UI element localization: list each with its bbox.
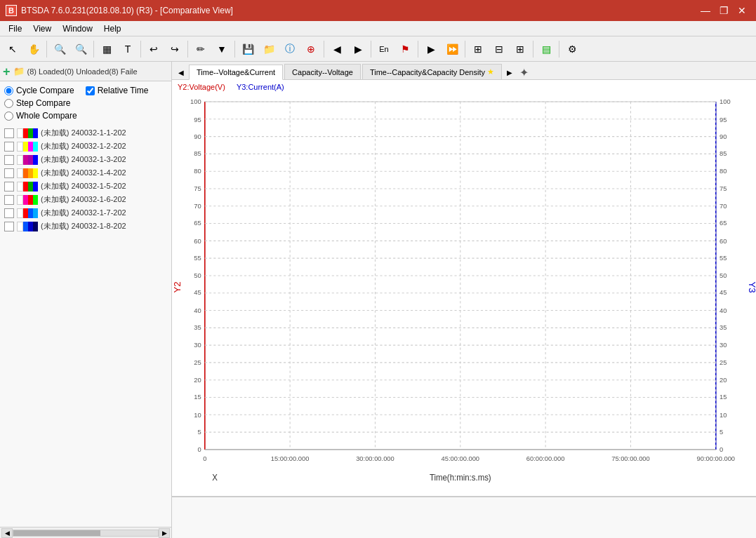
relative-time-label: Relative Time	[98, 86, 149, 95]
right-panel: ◀ Time--Voltage&Current Capacity--Voltag…	[172, 62, 756, 538]
settings-btn[interactable]: ⚙	[562, 39, 582, 59]
tab-nav-right[interactable]: ▶	[503, 65, 516, 79]
svg-text:25: 25	[719, 358, 727, 365]
zoom-out[interactable]: 🔍	[71, 39, 91, 59]
item-8-checkbox[interactable]	[4, 222, 14, 231]
cursor-tool[interactable]: ↖	[3, 39, 22, 59]
next-btn[interactable]: ▶	[348, 39, 368, 59]
filter-btn[interactable]: ▼	[212, 39, 232, 59]
add-data-button[interactable]: +	[3, 65, 11, 78]
menu-bar: File View Window Help	[0, 21, 756, 36]
restore-button[interactable]: ❐	[715, 4, 732, 18]
save-btn[interactable]: 💾	[238, 39, 258, 59]
toolbar-sep-11	[559, 41, 559, 58]
menu-help[interactable]: Help	[98, 22, 127, 35]
target-btn[interactable]: ⊕	[301, 39, 321, 59]
play2-btn[interactable]: ⏩	[442, 39, 462, 59]
list-item: (未加载) 240032-1-4-202	[4, 166, 167, 180]
svg-text:85: 85	[719, 149, 727, 157]
pan-tool[interactable]: ✋	[24, 39, 44, 59]
info-btn[interactable]: ⓘ	[280, 39, 300, 59]
main-layout: + 📁 (8) Loaded(0) Unloaded(8) Faile Cycl…	[0, 62, 756, 538]
toolbar-sep-1	[46, 41, 47, 58]
svg-text:90: 90	[194, 133, 201, 140]
item-1-checkbox[interactable]	[4, 128, 14, 138]
x-label: X	[212, 473, 218, 482]
tab-capacity-voltage[interactable]: Capacity--Voltage	[284, 64, 361, 79]
tab-add-button[interactable]: ✦	[517, 65, 531, 79]
item-2-label: (未加载) 240032-1-2-202	[41, 141, 126, 152]
cycle-compare-radio[interactable]	[4, 86, 13, 95]
svg-text:100: 100	[719, 97, 731, 105]
item-5-label: (未加载) 240032-1-5-202	[41, 181, 126, 191]
item-8-swatch	[17, 222, 38, 231]
svg-text:5: 5	[719, 428, 723, 436]
draw-btn[interactable]: ✏	[191, 39, 211, 59]
step-compare-row[interactable]: Step Compare	[4, 98, 167, 108]
svg-text:25: 25	[194, 358, 201, 365]
menu-file[interactable]: File	[3, 22, 27, 35]
grid-btn[interactable]: ⊞	[468, 39, 488, 59]
play-btn[interactable]: ▶	[421, 39, 441, 59]
svg-text:80: 80	[194, 167, 201, 175]
svg-text:0: 0	[719, 445, 723, 453]
item-6-swatch	[17, 195, 38, 205]
cycle-compare-row[interactable]: Cycle Compare Relative Time	[4, 86, 167, 95]
text-tool[interactable]: T	[118, 39, 138, 59]
menu-window[interactable]: Window	[57, 22, 98, 35]
relative-time-checkbox[interactable]	[86, 86, 95, 95]
whole-compare-row[interactable]: Whole Compare	[4, 111, 167, 121]
app-icon: B	[6, 5, 17, 16]
left-panel-scrollbar[interactable]: ◀ ▶	[0, 527, 171, 538]
toolbar-sep-4	[187, 41, 188, 58]
item-2-checkbox[interactable]	[4, 142, 14, 152]
whole-compare-radio[interactable]	[4, 112, 13, 121]
tab-time-capacity[interactable]: Time--Capacity&Capacity Density ★	[362, 64, 502, 79]
svg-text:70: 70	[719, 202, 727, 210]
col-btn[interactable]: ⊟	[489, 39, 509, 59]
tab-time-voltage-current[interactable]: Time--Voltage&Current	[189, 65, 283, 80]
item-3-checkbox[interactable]	[4, 155, 14, 165]
item-7-checkbox[interactable]	[4, 208, 14, 218]
svg-text:35: 35	[194, 323, 201, 331]
y2-axis-label: Y2:Voltage(V)	[178, 83, 225, 91]
close-button[interactable]: ✕	[734, 4, 750, 18]
item-2-swatch	[17, 142, 38, 152]
item-4-checkbox[interactable]	[4, 168, 14, 178]
prev-btn[interactable]: ◀	[327, 39, 347, 59]
svg-text:50: 50	[719, 271, 727, 279]
menu-view[interactable]: View	[27, 22, 57, 35]
svg-text:60: 60	[719, 236, 727, 244]
horizontal-scrollbar-thumb[interactable]	[13, 530, 100, 536]
chart-axis-labels: Y2:Voltage(V) Y3:Current(A)	[172, 80, 756, 94]
tab-nav-left[interactable]: ◀	[175, 65, 187, 79]
export-btn[interactable]: ▤	[536, 39, 556, 59]
y3-axis-label: Y3:Current(A)	[237, 83, 284, 91]
svg-text:20: 20	[719, 376, 727, 384]
redo-btn[interactable]: ↪	[165, 39, 185, 59]
horizontal-scrollbar-track[interactable]	[13, 530, 159, 537]
svg-text:85: 85	[194, 149, 201, 157]
flag-btn[interactable]: ⚑	[395, 39, 415, 59]
minimize-button[interactable]: —	[697, 4, 714, 18]
svg-text:60: 60	[194, 236, 201, 244]
item-5-checkbox[interactable]	[4, 182, 14, 191]
item-3-swatch	[17, 155, 38, 165]
folder-btn[interactable]: 📁	[259, 39, 279, 59]
svg-text:65: 65	[719, 219, 727, 227]
svg-text:65: 65	[194, 219, 201, 227]
item-6-checkbox[interactable]	[4, 195, 14, 205]
svg-text:40: 40	[194, 307, 201, 314]
row-btn[interactable]: ⊞	[510, 39, 530, 59]
item-8-label: (未加载) 240032-1-8-202	[41, 221, 126, 231]
window-title: BTSDA 7.6.0.231(2018.08.10) (R3) - [Comp…	[21, 6, 233, 15]
panel-content: Cycle Compare Relative Time Step Compare…	[0, 81, 171, 309]
chart-container: Y2 Y3 100 100	[172, 94, 756, 496]
zoom-in[interactable]: 🔍	[50, 39, 69, 59]
undo-btn[interactable]: ↩	[144, 39, 164, 59]
svg-text:40: 40	[719, 307, 727, 314]
step-compare-radio[interactable]	[4, 99, 13, 108]
en-btn[interactable]: En	[374, 39, 394, 59]
select-tool[interactable]: ▦	[97, 39, 117, 59]
xtick-4: 60:00:00.000	[526, 455, 565, 462]
